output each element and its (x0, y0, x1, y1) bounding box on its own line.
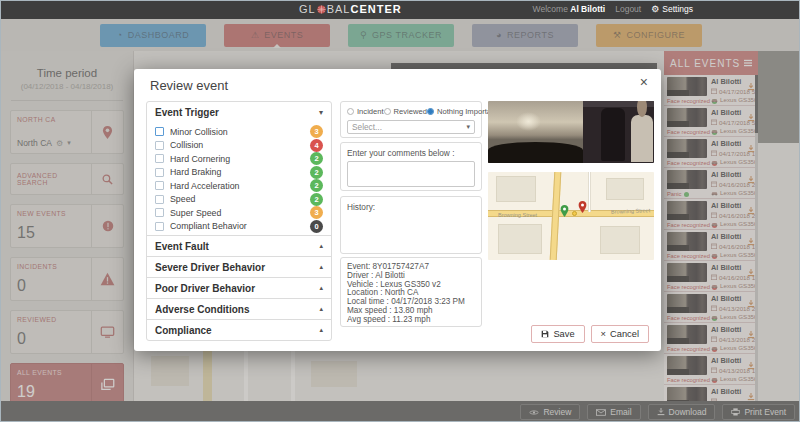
top-bar: GL BALCENTER Welcome Al Bilotti Logout ⚙… (1, 1, 800, 19)
trigger-row[interactable]: Hard Braking 2 (155, 166, 323, 180)
modal-title: Review event (150, 78, 228, 93)
trigger-count-badge: 3 (310, 125, 323, 138)
save-icon (541, 330, 549, 338)
trigger-count-badge: 2 (310, 193, 323, 206)
end-pin-icon[interactable] (578, 201, 587, 213)
trigger-row[interactable]: Speed 2 (155, 193, 323, 207)
trigger-row[interactable]: Compliant Behavior 0 (155, 220, 323, 234)
history-box: History: (340, 196, 482, 254)
category-select[interactable]: Select... (347, 120, 475, 134)
checkbox[interactable] (155, 154, 164, 163)
event-location-map[interactable]: Browning Street Browning Street (488, 172, 654, 260)
username: Al Bilotti (570, 4, 605, 14)
accordion-section[interactable]: Poor Driver Behavior (147, 277, 331, 298)
map-block (496, 176, 536, 202)
review-radio-group: Incident Reviewed Nothing Important (347, 107, 475, 116)
trigger-row[interactable]: Super Speed 3 (155, 206, 323, 220)
trigger-count-badge: 3 (310, 206, 323, 219)
accordion-section[interactable]: Severe Driver Behavior (147, 256, 331, 277)
cancel-x-icon: × (601, 329, 606, 339)
logo: GL BALCENTER (299, 3, 402, 15)
trigger-label: Minor Collision (170, 127, 310, 137)
trigger-accordion-panel: Event Trigger Minor Collision 3 Collisio… (146, 101, 332, 341)
review-status-box: Incident Reviewed Nothing Important (340, 101, 482, 138)
trigger-label: Hard Acceleration (170, 181, 310, 191)
history-label: History: (347, 202, 475, 212)
settings-link[interactable]: ⚙Settings (651, 4, 693, 14)
accordion-section[interactable]: Adverse Conditions (147, 298, 331, 319)
checkbox[interactable] (155, 222, 164, 231)
cabin-view (583, 101, 654, 163)
trigger-label: Compliant Behavior (170, 221, 310, 231)
trigger-list: Minor Collision 3 Collision 4 Hard Corne (147, 123, 331, 235)
comments-textarea[interactable] (347, 161, 475, 187)
trigger-count-badge: 2 (310, 152, 323, 165)
gear-icon: ⚙ (651, 4, 659, 14)
street-label: Browning Street (498, 212, 537, 218)
map-block (498, 224, 542, 254)
trigger-count-badge: 0 (310, 220, 323, 233)
cancel-button[interactable]: × Cancel (591, 325, 649, 343)
save-button[interactable]: Save (531, 325, 584, 343)
trigger-row[interactable]: Collision 4 (155, 139, 323, 153)
globe-icon (317, 5, 326, 14)
trigger-label: Hard Braking (170, 167, 310, 177)
app-window: GL BALCENTER Welcome Al Bilotti Logout ⚙… (0, 0, 800, 422)
logout-link[interactable]: Logout (615, 4, 641, 14)
trigger-label: Speed (170, 194, 310, 204)
trigger-count-badge: 2 (310, 166, 323, 179)
waypoint-dot (572, 211, 577, 216)
comments-box: Enter your comments below : (340, 142, 482, 191)
trigger-count-badge: 4 (310, 139, 323, 152)
event-trigger-header[interactable]: Event Trigger (147, 102, 331, 123)
road-view (488, 101, 583, 163)
accordion-section[interactable]: Compliance (147, 319, 331, 340)
radio-circle[interactable] (427, 108, 434, 115)
radio-option[interactable]: Nothing Important (427, 107, 497, 116)
radio-circle[interactable] (384, 108, 391, 115)
seat (601, 108, 625, 160)
start-pin-icon[interactable] (560, 205, 569, 217)
checkbox[interactable] (155, 168, 164, 177)
trigger-label: Super Speed (170, 208, 310, 218)
map-road-minor (588, 172, 591, 212)
comments-label: Enter your comments below : (347, 148, 475, 158)
dashcam-video-thumbnail[interactable] (488, 101, 654, 163)
trigger-row[interactable]: Hard Cornering 2 (155, 152, 323, 166)
accordion-section[interactable]: Event Fault (147, 235, 331, 256)
accordion-sections: Event Fault Severe Driver Behavior Poor … (147, 235, 331, 340)
radio-option[interactable]: Incident (347, 107, 384, 116)
radio-option[interactable]: Reviewed (384, 107, 427, 116)
map-block (606, 178, 644, 200)
logo-text-mid: BAL (327, 3, 351, 15)
map-block (600, 226, 640, 254)
event-detail-line: Avg speed : 11.23 mph (347, 316, 475, 325)
checkbox[interactable] (155, 208, 164, 217)
review-event-modal: Review event × Event Trigger Minor Colli… (134, 69, 661, 351)
trigger-row[interactable]: Hard Acceleration 2 (155, 179, 323, 193)
event-details-box: Event: 8Y01757427A7Driver : Al BilottiVe… (340, 257, 482, 327)
trigger-row[interactable]: Minor Collision 3 (155, 125, 323, 139)
checkbox[interactable] (155, 181, 164, 190)
welcome-text: Welcome Al Bilotti (533, 4, 606, 14)
close-icon[interactable]: × (640, 74, 648, 90)
driver (631, 115, 652, 162)
logo-text-bold: CENTER (350, 3, 401, 15)
radio-circle[interactable] (347, 108, 354, 115)
checkbox[interactable] (155, 127, 164, 136)
checkbox[interactable] (155, 141, 164, 150)
checkbox[interactable] (155, 195, 164, 204)
trigger-label: Hard Cornering (170, 154, 310, 164)
trigger-label: Collision (170, 140, 310, 150)
trigger-count-badge: 2 (310, 179, 323, 192)
logo-text-pre: GL (299, 3, 316, 15)
